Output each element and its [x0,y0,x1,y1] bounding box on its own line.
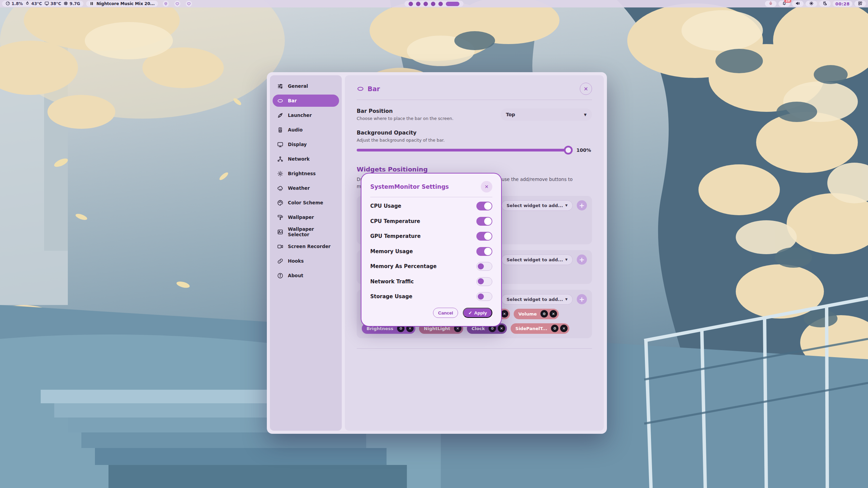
chip-remove-button[interactable]: ✕ [550,310,557,318]
info-icon [277,272,283,279]
add-widget-button[interactable]: + [577,294,587,304]
sidebar-item-label: Wallpaper [288,215,314,220]
clock-module[interactable]: 00:28 [833,1,852,7]
header-divider [357,100,592,100]
sidebar-item-display[interactable]: Display [273,138,339,150]
brightness-icon [277,170,283,177]
workspace-dot[interactable] [438,2,443,6]
sidebar-item-label: Network [288,156,310,162]
widgets-positioning-title: Widgets Positioning [357,166,592,173]
tray-app-button[interactable] [765,1,776,7]
rocket-icon [277,112,283,119]
workspace-dot[interactable] [423,2,428,6]
sidebar-item-audio[interactable]: Audio [273,124,339,136]
sidebar-item-screen-recorder[interactable]: Screen Recorder [273,240,339,252]
chip-settings-button[interactable]: ⚙ [540,310,548,318]
toggle-switch[interactable] [476,277,492,286]
toggle-knob [484,248,492,255]
cancel-button[interactable]: Cancel [433,308,458,318]
sidebar-item-launcher[interactable]: Launcher [273,109,339,121]
gear-icon: ⚙ [553,326,556,331]
toggle-switch[interactable] [476,247,492,256]
modal-header: SystemMonitor Settings ✕ [370,181,492,192]
opacity-slider[interactable] [357,149,572,151]
monitor-icon [44,1,49,7]
add-widget-dropdown[interactable]: Select widget to add...▼ [501,200,573,211]
sidebar-item-label: Launcher [288,113,312,118]
sidebar-item-brightness[interactable]: Brightness [273,167,339,180]
toggle-switch[interactable] [476,202,492,210]
sidebar-item-network[interactable]: Network [273,153,339,165]
brightness-button[interactable] [806,1,817,7]
media-player-module[interactable]: Nightcore Music Mix 20... [86,1,158,7]
close-icon: ✕ [409,326,412,331]
toggle-row-cpu-usage: CPU Usage [370,199,492,214]
page-title: Bar [368,85,380,93]
sidebar-item-wallpaper[interactable]: Wallpaper [273,211,339,223]
bar-center [405,1,463,7]
chevron-down-icon: ▼ [565,204,568,207]
modal-title: SystemMonitor Settings [370,183,449,190]
notifications-button[interactable]: 10 [778,1,790,7]
workspace-dot[interactable] [409,2,413,6]
close-icon: ✕ [503,312,506,316]
audio-icon [277,127,283,133]
chip-settings-button[interactable]: ⚙ [551,325,558,332]
workspace-dot[interactable] [416,2,420,6]
workspace-dot[interactable] [431,2,435,6]
add-widget-button[interactable]: + [577,200,587,210]
bar-position-label: Bar Position [357,108,453,114]
toggle-row-cpu-temperature: CPU Temperature [370,214,492,229]
heart-button[interactable] [186,1,192,7]
bar-position-dropdown[interactable]: Top ▼ [500,108,592,121]
sidebar-item-bar[interactable]: Bar [273,95,339,107]
night-light-button[interactable] [819,1,831,7]
add-widget-button[interactable]: + [577,255,587,265]
volume-button[interactable] [792,1,804,7]
display-icon [277,141,283,148]
opacity-slider-knob[interactable] [564,146,573,155]
heart-icon [175,2,179,6]
stat-value: 38°C [51,1,61,6]
chip-remove-button[interactable]: ✕ [560,325,568,332]
sidebar-item-weather[interactable]: Weather [273,182,339,194]
sidebar-item-hooks[interactable]: Hooks [273,255,339,267]
network-icon [277,156,283,162]
add-widget-dropdown[interactable]: Select widget to add...▼ [501,255,573,265]
sidebar-item-general[interactable]: General [273,80,339,92]
sidebar-item-about[interactable]: About [273,269,339,282]
bar-position-row: Bar Position Choose where to place the b… [357,108,592,121]
skull-button[interactable] [163,1,169,7]
toggle-switch[interactable] [476,262,492,271]
chip-label: Brightness [367,326,395,331]
oval-icon [277,98,283,104]
toggle-label: CPU Usage [370,203,401,209]
modal-close-button[interactable]: ✕ [481,181,492,192]
toggle-switch[interactable] [476,292,492,301]
system-stats-module[interactable]: 1.8%43°C38°C9.7G [2,1,83,7]
workspace-active-indicator[interactable] [446,2,459,6]
add-widget-dropdown[interactable]: Select widget to add...▼ [501,294,573,305]
sidebar-item-label: Wallpaper Selector [288,226,335,237]
opacity-value: 100% [576,147,592,153]
sidebar-item-wallpaper-selector[interactable]: Wallpaper Selector [273,226,339,238]
toggle-knob [484,218,492,225]
chip-remove-button[interactable]: ✕ [498,325,505,332]
apply-button[interactable]: ✓Apply [463,308,492,318]
widget-chip-sidepanelt[interactable]: SidePanelT...⚙✕ [511,323,569,334]
window-close-button[interactable]: ✕ [580,83,592,95]
top-bar: 1.8%43°C38°C9.7G Nightcore Music Mix 20.… [0,0,868,7]
heart-icon [187,2,191,6]
toggle-switch[interactable] [476,232,492,241]
toggle-knob [478,293,484,300]
modal-divider [370,197,492,197]
heart-button[interactable] [174,1,180,7]
systemmonitor-settings-modal: SystemMonitor Settings ✕ CPU Usage CPU T… [361,173,502,327]
overview-button[interactable] [854,1,866,7]
video-icon [277,243,283,250]
background-opacity-label: Background Opacity [357,130,592,136]
workspaces-module[interactable] [405,1,463,7]
toggle-switch[interactable] [476,217,492,226]
sidebar-item-color-scheme[interactable]: Color Scheme [273,197,339,209]
widget-chip-volume[interactable]: Volume⚙✕ [514,309,559,319]
